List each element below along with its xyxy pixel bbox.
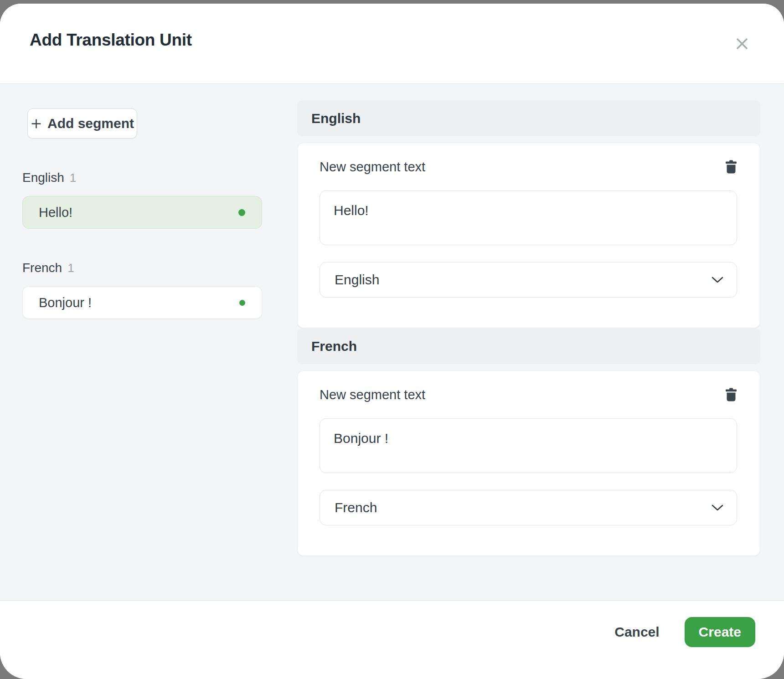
language-group-label-english: English1 (22, 170, 262, 186)
segment-text-input[interactable]: Bonjour ! (320, 418, 737, 473)
cancel-button[interactable]: Cancel (614, 624, 659, 640)
dialog-footer: Cancel Create (0, 601, 784, 679)
trash-icon (725, 388, 737, 401)
editor-section-french: French New segment text (297, 328, 760, 556)
trash-icon (725, 160, 737, 174)
delete-segment-button[interactable] (725, 388, 737, 401)
segment-card: New segment text Hello! (297, 143, 760, 328)
segment-list-panel: Add segment English1 Hello! French1 Bonj… (22, 100, 262, 600)
add-translation-unit-dialog: Add Translation Unit Add segment (0, 4, 784, 679)
segment-field-label: New segment text (320, 386, 425, 403)
language-select-value: English (335, 272, 379, 288)
status-dot (239, 300, 245, 306)
editor-section-english: English New segment text (297, 100, 760, 328)
chevron-down-icon (711, 504, 724, 511)
segment-item-text: Hello! (39, 205, 72, 220)
dialog-title: Add Translation Unit (30, 30, 192, 50)
language-select[interactable]: English (320, 262, 737, 298)
close-button[interactable] (732, 34, 752, 54)
add-segment-button[interactable]: Add segment (27, 108, 137, 139)
segment-item-text: Bonjour ! (39, 295, 92, 310)
segment-text-input[interactable]: Hello! (320, 190, 737, 245)
section-heading: English (297, 100, 760, 136)
segment-count-badge: 1 (67, 261, 74, 275)
chevron-down-icon (711, 276, 724, 283)
language-select-value: French (335, 500, 377, 515)
segment-editor-panel: English New segment text (297, 100, 760, 600)
segment-card: New segment text Bonjour ! (297, 370, 760, 556)
language-name: French (22, 261, 62, 275)
language-name: English (22, 170, 64, 185)
dialog-header: Add Translation Unit (0, 4, 784, 83)
language-group-label-french: French1 (22, 260, 262, 276)
status-dot (238, 209, 245, 216)
dialog-body: Add segment English1 Hello! French1 Bonj… (0, 83, 784, 601)
segment-field-label: New segment text (320, 159, 425, 175)
section-heading: French (297, 328, 760, 364)
segment-count-badge: 1 (70, 171, 76, 185)
segment-list-item-french[interactable]: Bonjour ! (22, 286, 262, 319)
delete-segment-button[interactable] (725, 160, 737, 174)
plus-icon (31, 118, 42, 129)
create-button[interactable]: Create (685, 617, 755, 647)
segment-list-item-english[interactable]: Hello! (22, 196, 262, 229)
language-select[interactable]: French (320, 490, 737, 525)
close-icon (735, 36, 749, 51)
add-segment-label: Add segment (47, 116, 134, 131)
